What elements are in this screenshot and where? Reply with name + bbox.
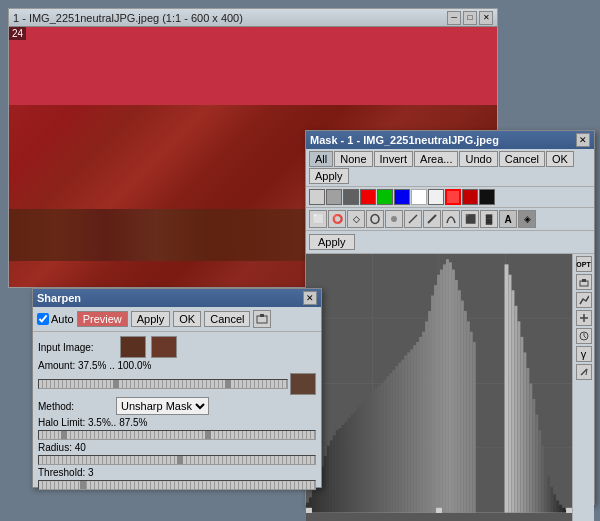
main-window-title: 1 - IMG_2251neutralJPG.jpeg (1:1 - 600 x… [13, 12, 243, 24]
halo-thumb-left[interactable] [61, 430, 67, 440]
input-image-row: Input Image: [38, 336, 316, 358]
svg-rect-23 [345, 422, 348, 513]
swatch-lightgray[interactable] [309, 189, 325, 205]
histogram-tool-5[interactable]: γ [576, 346, 592, 362]
clone-tool[interactable]: ◈ [518, 210, 536, 228]
input-image-thumb [120, 336, 146, 358]
histogram-tool-3[interactable] [576, 310, 592, 326]
histogram-area: OPT γ [306, 254, 594, 521]
sharpen-apply-button[interactable]: Apply [131, 311, 171, 327]
amount-thumb-left[interactable] [113, 379, 119, 389]
image-number: 24 [9, 27, 26, 40]
svg-rect-61 [458, 290, 461, 513]
svg-rect-37 [386, 376, 389, 513]
text-tool[interactable]: A [499, 210, 517, 228]
none-button[interactable]: None [334, 151, 372, 167]
pencil-tool[interactable] [404, 210, 422, 228]
line-tool[interactable] [423, 210, 441, 228]
gradient-tool[interactable]: ▓ [480, 210, 498, 228]
auto-checkbox[interactable] [37, 313, 49, 325]
threshold-slider[interactable] [38, 480, 316, 490]
svg-rect-90 [436, 508, 442, 513]
area-button[interactable]: Area... [414, 151, 458, 167]
swatch-gray[interactable] [326, 189, 342, 205]
amount-slider-row [38, 373, 316, 395]
svg-rect-82 [550, 487, 553, 513]
sharpen-ok-button[interactable]: OK [173, 311, 201, 327]
histogram-tool-2[interactable] [576, 292, 592, 308]
svg-rect-41 [398, 363, 401, 513]
svg-rect-52 [431, 295, 434, 513]
radius-thumb[interactable] [177, 455, 183, 465]
svg-rect-34 [377, 387, 380, 513]
sharpen-cancel-button[interactable]: Cancel [204, 311, 250, 327]
swatch-blue[interactable] [394, 189, 410, 205]
svg-rect-29 [363, 401, 366, 513]
swatch-green[interactable] [377, 189, 393, 205]
undo-button[interactable]: Undo [459, 151, 497, 167]
svg-rect-66 [473, 342, 476, 513]
cancel-button[interactable]: Cancel [499, 151, 545, 167]
fill-tool[interactable]: ⬛ [461, 210, 479, 228]
svg-rect-60 [455, 280, 458, 513]
histogram-tool-1[interactable] [576, 274, 592, 290]
svg-rect-31 [369, 394, 372, 513]
swatch-red[interactable] [360, 189, 376, 205]
svg-rect-38 [389, 373, 392, 513]
apply-label-button[interactable]: Apply [309, 234, 355, 250]
svg-rect-101 [257, 316, 267, 323]
tool-icons-row: ⬜ ⭕ ◇ ⬛ ▓ A ◈ [306, 208, 594, 231]
svg-rect-18 [330, 440, 333, 513]
histogram-tool-6[interactable] [576, 364, 592, 380]
rect-select-tool[interactable]: ⬜ [309, 210, 327, 228]
swatch-dark-red[interactable] [462, 189, 478, 205]
ellipse-select-tool[interactable]: ⭕ [328, 210, 346, 228]
svg-rect-51 [428, 311, 431, 513]
swatch-bright-red[interactable] [445, 189, 461, 205]
lasso-tool[interactable] [366, 210, 384, 228]
mask-close-button[interactable]: ✕ [576, 133, 590, 147]
sharpen-close-button[interactable]: ✕ [303, 291, 317, 305]
halo-thumb-right[interactable] [205, 430, 211, 440]
svg-rect-25 [351, 415, 354, 513]
invert-button[interactable]: Invert [374, 151, 414, 167]
svg-rect-36 [383, 380, 386, 513]
svg-rect-54 [437, 275, 440, 513]
opt-button[interactable]: OPT [576, 256, 592, 272]
amount-thumb-right[interactable] [225, 379, 231, 389]
all-button[interactable]: All [309, 151, 333, 167]
swatch-black[interactable] [479, 189, 495, 205]
ok-button[interactable]: OK [546, 151, 574, 167]
preview-button[interactable]: Preview [77, 311, 128, 327]
threshold-thumb[interactable] [80, 480, 86, 490]
svg-line-98 [584, 336, 586, 338]
svg-rect-73 [523, 352, 526, 513]
amount-slider[interactable] [38, 379, 288, 389]
svg-rect-40 [395, 366, 398, 513]
paintbrush-tool[interactable] [385, 210, 403, 228]
svg-rect-21 [339, 428, 342, 513]
swatch-darkgray[interactable] [343, 189, 359, 205]
swatch-offwhite[interactable] [428, 189, 444, 205]
apply-button[interactable]: Apply [309, 168, 349, 184]
minimize-button[interactable]: ─ [447, 11, 461, 25]
svg-rect-72 [520, 337, 523, 513]
apply-row: Apply [306, 231, 594, 254]
bezier-tool[interactable] [442, 210, 460, 228]
method-select[interactable]: Unsharp Mask [116, 397, 209, 415]
main-titlebar: 1 - IMG_2251neutralJPG.jpeg (1:1 - 600 x… [9, 9, 497, 27]
sharpen-body: Input Image: Amount: 37.5% .. 100.0% Met… [33, 332, 321, 494]
radius-slider[interactable] [38, 455, 316, 465]
mask-dialog: Mask - 1 - IMG_2251neutralJPG.jpeg ✕ All… [305, 130, 595, 505]
sharpen-opt-button[interactable] [253, 310, 271, 328]
histogram-tool-4[interactable] [576, 328, 592, 344]
maximize-button[interactable]: □ [463, 11, 477, 25]
method-label: Method: [38, 401, 113, 412]
swatch-white[interactable] [411, 189, 427, 205]
close-button[interactable]: ✕ [479, 11, 493, 25]
opt-panel: OPT γ [572, 254, 594, 521]
svg-rect-44 [407, 352, 410, 513]
halo-slider[interactable] [38, 430, 316, 440]
svg-rect-27 [357, 407, 360, 513]
diamond-tool[interactable]: ◇ [347, 210, 365, 228]
